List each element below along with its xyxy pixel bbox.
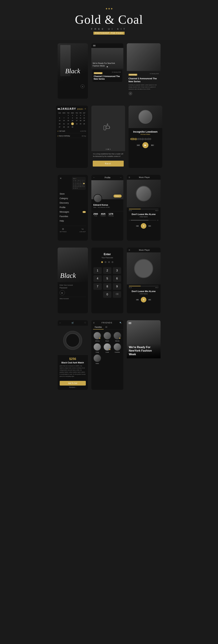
tab-all[interactable]: All — [104, 325, 109, 330]
cal-event-2[interactable]: Marry's Birthday All Day — [58, 134, 86, 138]
numpad-7[interactable]: 7 — [93, 283, 102, 290]
friend-bryan-avatar[interactable] — [103, 332, 111, 340]
watch-inner — [66, 334, 80, 347]
watch-price: $256 — [60, 357, 86, 361]
menu-item-messages[interactable]: Messages 09 — [60, 210, 86, 214]
cal-today[interactable]: 23 — [71, 122, 74, 125]
friend-caroline-avatar[interactable] — [114, 343, 121, 351]
menu-item-discovery[interactable]: Discovery — [60, 201, 86, 205]
calendar-hamburger[interactable] — [58, 108, 60, 110]
waveform-bar — [150, 138, 151, 140]
music3-next-btn[interactable]: ⏭ — [148, 298, 151, 301]
music3-times: 65:23 55:17 — [129, 287, 159, 288]
menu-close-btn[interactable]: ✕ — [60, 177, 62, 180]
friend-louie-avatar[interactable] — [103, 343, 111, 351]
numpad-5[interactable]: 5 — [103, 275, 111, 282]
settings-btn[interactable]: ⚙ SETTINGS — [60, 228, 67, 232]
music-play-btn[interactable]: ▶ — [142, 142, 148, 148]
friend-wanda-avatar[interactable] — [114, 332, 121, 340]
music2-header: ☰ Music Player — [127, 175, 161, 180]
music3-progress-bar[interactable] — [129, 286, 159, 286]
black-mag-new-account[interactable]: New Account — [60, 298, 86, 300]
numpad-8[interactable]: 8 — [103, 283, 111, 290]
onboard-dot-2[interactable] — [108, 149, 109, 150]
hamburger-menu[interactable] — [93, 45, 95, 46]
calendar-add-btn[interactable]: + — [84, 107, 86, 110]
add-to-cart-button[interactable]: Add To Cart — [60, 381, 86, 386]
reviews-btn[interactable]: Reviews ↓ — [58, 386, 88, 390]
numpad-3[interactable]: 3 — [113, 267, 121, 274]
friends-search-icon[interactable]: 🔍 — [120, 322, 122, 324]
friend-johnny-name: Johnny — [93, 340, 102, 342]
numpad-2[interactable]: 2 — [103, 267, 111, 274]
cal-event-1[interactable]: Call Jack 12:45 PM — [58, 129, 86, 133]
channel-announced-screen: Technology 22 January 2016 Channel 2 Ann… — [127, 43, 161, 99]
music2-hamburger-icon[interactable]: ☰ — [129, 176, 130, 178]
profile-header-bar: ← Profile ··· — [91, 175, 123, 180]
music-player-3-screen: ☰ Music Player 65:23 55:17 Don't Leave M… — [127, 248, 161, 313]
music2-next-btn[interactable]: ⏭ — [148, 224, 151, 228]
menu-item-category[interactable]: Category — [60, 196, 86, 201]
music2-progress-bar[interactable] — [129, 209, 159, 209]
music2-song-info: Don't Leave Me ALone Artist Name — [127, 212, 161, 218]
music3-hamburger-icon[interactable]: ☰ — [129, 249, 130, 251]
news-date: 22 January 2016 — [112, 72, 121, 73]
onboard-dot-1[interactable] — [106, 149, 107, 150]
article-hamburger-menu[interactable] — [129, 322, 131, 324]
waveform-bar — [134, 138, 134, 140]
back-arrow-icon[interactable]: ← — [93, 176, 95, 179]
black-mag-play-btn[interactable]: ▶ — [60, 290, 65, 295]
more-options-icon[interactable]: ··· — [120, 176, 122, 179]
volume-bar[interactable] — [131, 220, 156, 220]
numpad-0[interactable]: 0 — [103, 291, 111, 298]
menu-item-profile[interactable]: Profile — [60, 205, 86, 210]
tab-favorites[interactable]: Favorites — [93, 325, 104, 330]
music-prev-btn[interactable]: ⏮ — [137, 143, 140, 147]
watch-cart-icon[interactable]: 🛒 — [71, 322, 74, 324]
menu-item-favorites[interactable]: Favorites — [60, 214, 86, 219]
menu-drawer-screen: ✕ JULY › S M T W T F S 1 2 3 4 — [58, 175, 88, 241]
news-card[interactable]: Technology 22 January 2016 Channel 2 Ann… — [92, 70, 122, 82]
menu-items: Store Category Discovery Profile Message… — [60, 192, 86, 223]
menu-item-help[interactable]: Help — [60, 219, 86, 223]
waveform-bar — [142, 138, 143, 140]
numpad-backspace[interactable]: ⌫ — [113, 291, 121, 298]
watch-favorite-icon[interactable]: ♡ — [84, 322, 86, 324]
waveform-bar — [137, 139, 137, 140]
play-button[interactable] — [81, 84, 84, 88]
music3-pause-btn[interactable]: ⏸ — [141, 297, 146, 302]
next-button[interactable]: Next — [93, 161, 124, 166]
friend-isaac-avatar[interactable] — [93, 354, 101, 362]
news-pagination-dot — [107, 66, 108, 67]
friend-johnny-avatar[interactable] — [93, 332, 101, 340]
volume-high-icon: ♫ — [157, 219, 159, 221]
numpad-9[interactable]: 9 — [113, 283, 121, 290]
music-next-btn[interactable]: ⏭ — [151, 143, 154, 147]
onboard-text: It is a long established fact that a rea… — [91, 151, 125, 159]
music-info: Incognito Lowdown Michael Blake — [129, 128, 162, 137]
watch-back-icon[interactable]: ← — [59, 322, 61, 324]
follow-button[interactable]: Follow + — [114, 194, 121, 198]
waveform-bar — [131, 138, 131, 140]
calendar-nav[interactable]: › — [83, 108, 84, 110]
channel-more-btn[interactable]: › — [129, 92, 132, 96]
music3-controls: ⏮ ⏸ ⏭ — [127, 296, 161, 304]
mini-calendar: JULY › S M T W T F S 1 2 3 4 5 6 — [72, 177, 86, 190]
numpad-6[interactable]: 6 — [113, 275, 121, 282]
article-overlay: We're Ready For NewYork Fashion Week — [127, 344, 161, 358]
passcode-dots — [101, 261, 113, 263]
waveform-bar — [133, 138, 134, 140]
music3-prev-btn[interactable]: ⏮ — [136, 298, 139, 301]
onboard-dot-3[interactable] — [110, 149, 111, 150]
menu-item-store[interactable]: Store — [60, 192, 86, 196]
logout-btn[interactable]: ↪ LOG OUT — [79, 228, 86, 232]
row-1: Black We're Ready For NewYork Fashion We… — [0, 40, 218, 102]
music2-prev-btn[interactable]: ⏮ — [136, 224, 139, 228]
friend-cody-avatar[interactable] — [93, 343, 101, 351]
waveform-bar — [147, 138, 148, 140]
numpad-4[interactable]: 4 — [93, 275, 102, 282]
friends-hamburger-icon[interactable]: ☰ — [93, 322, 95, 324]
music3-header: ☰ Music Player — [127, 248, 161, 252]
numpad-1[interactable]: 1 — [93, 267, 102, 274]
music2-pause-btn[interactable]: ⏸ — [141, 223, 146, 229]
